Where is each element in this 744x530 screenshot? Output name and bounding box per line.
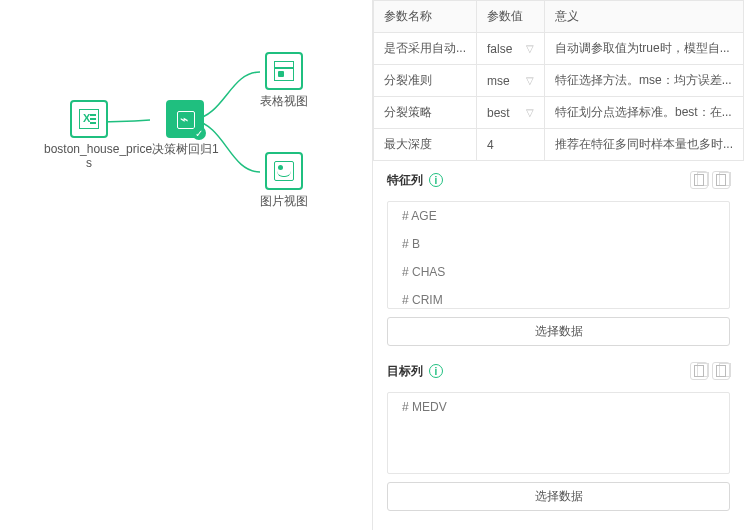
param-value-cell[interactable]: 4 xyxy=(477,129,545,161)
table-row: 分裂策略best▽特征划分点选择标准。best：在... xyxy=(374,97,744,129)
target-listbox[interactable]: # MEDV xyxy=(387,392,730,474)
feature-listbox[interactable]: # AGE# B# CHAS# CRIM xyxy=(387,201,730,309)
param-header-value: 参数值 xyxy=(477,1,545,33)
param-name: 最大深度 xyxy=(374,129,477,161)
node-label: 表格视图 xyxy=(260,94,308,108)
list-item[interactable]: # MEDV xyxy=(388,393,729,421)
param-value-cell[interactable]: mse▽ xyxy=(477,65,545,97)
copy-icon[interactable] xyxy=(690,362,708,380)
table-row: 分裂准则mse▽特征选择方法。mse：均方误差... xyxy=(374,65,744,97)
image-icon xyxy=(265,152,303,190)
node-label: 决策树回归1 xyxy=(152,142,219,156)
list-item[interactable]: # AGE xyxy=(388,202,729,230)
param-meaning: 自动调参取值为true时，模型自... xyxy=(544,33,743,65)
chevron-down-icon: ▽ xyxy=(526,107,534,118)
param-meaning: 特征划分点选择标准。best：在... xyxy=(544,97,743,129)
list-item[interactable]: # B xyxy=(388,230,729,258)
check-icon: ✓ xyxy=(192,126,206,140)
copy-icon-2[interactable] xyxy=(712,171,730,189)
param-header-name: 参数名称 xyxy=(374,1,477,33)
table-row: 是否采用自动...false▽自动调参取值为true时，模型自... xyxy=(374,33,744,65)
node-image-view[interactable]: 图片视图 xyxy=(260,152,308,208)
chevron-down-icon: ▽ xyxy=(526,43,534,54)
table-icon xyxy=(265,52,303,90)
list-item[interactable]: # CHAS xyxy=(388,258,729,286)
param-value-cell[interactable]: false▽ xyxy=(477,33,545,65)
param-table: 参数名称 参数值 意义 是否采用自动...false▽自动调参取值为true时，… xyxy=(373,0,744,161)
feature-section: 特征列 i xyxy=(373,161,744,201)
select-data-button[interactable]: 选择数据 xyxy=(387,317,730,346)
model-icon: ✓ xyxy=(166,100,204,138)
param-meaning: 推荐在特征多同时样本量也多时... xyxy=(544,129,743,161)
node-source[interactable]: boston_house_price s xyxy=(44,100,134,170)
copy-icon-2[interactable] xyxy=(712,362,730,380)
copy-icon[interactable] xyxy=(690,171,708,189)
param-name: 分裂准则 xyxy=(374,65,477,97)
param-header-meaning: 意义 xyxy=(544,1,743,33)
param-value-cell[interactable]: best▽ xyxy=(477,97,545,129)
target-section: 目标列 i xyxy=(373,352,744,392)
section-title: 目标列 xyxy=(387,363,423,380)
param-meaning: 特征选择方法。mse：均方误差... xyxy=(544,65,743,97)
section-title: 特征列 xyxy=(387,172,423,189)
select-data-button[interactable]: 选择数据 xyxy=(387,482,730,511)
node-label: boston_house_price s xyxy=(44,142,134,170)
info-icon[interactable]: i xyxy=(429,364,443,378)
node-table-view[interactable]: 表格视图 xyxy=(260,52,308,108)
info-icon[interactable]: i xyxy=(429,173,443,187)
param-name: 是否采用自动... xyxy=(374,33,477,65)
table-row: 最大深度4推荐在特征多同时样本量也多时... xyxy=(374,129,744,161)
list-item[interactable]: # CRIM xyxy=(388,286,729,309)
workflow-canvas[interactable]: boston_house_price s ✓ 决策树回归1 表格视图 图片视图 xyxy=(0,0,372,530)
node-decision-tree[interactable]: ✓ 决策树回归1 xyxy=(152,100,219,156)
properties-panel: 参数名称 参数值 意义 是否采用自动...false▽自动调参取值为true时，… xyxy=(372,0,744,530)
excel-icon xyxy=(70,100,108,138)
chevron-down-icon: ▽ xyxy=(526,75,534,86)
node-label: 图片视图 xyxy=(260,194,308,208)
param-name: 分裂策略 xyxy=(374,97,477,129)
